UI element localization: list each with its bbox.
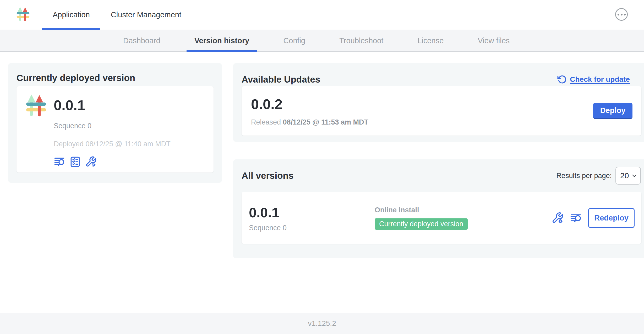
subnav-tab-config[interactable]: Config	[275, 30, 313, 51]
deployed-version-details: 0.0.1 Sequence 0 Deployed 08/12/25 @ 11:…	[54, 93, 171, 166]
currently-deployed-card: Currently deployed version 0.0.1 Sequenc…	[8, 63, 222, 183]
version-row-actions: Redeploy	[552, 208, 635, 228]
subnav-tab-license[interactable]: License	[410, 30, 451, 51]
subnav-tab-version-history[interactable]: Version history	[187, 30, 257, 51]
logs-icon[interactable]	[54, 156, 65, 168]
all-versions-title: All versions	[242, 170, 293, 181]
preflight-checks-icon[interactable]	[69, 156, 81, 168]
available-updates-card: Available Updates Check for update 0.0.2	[233, 63, 644, 142]
refresh-icon	[557, 75, 567, 84]
deployed-action-icons	[54, 156, 171, 168]
deploy-button[interactable]: Deploy	[593, 103, 632, 119]
app-sub-nav: Dashboard Version history Config Trouble…	[0, 30, 644, 52]
available-updates-header: Available Updates Check for update	[233, 73, 644, 86]
tab-cluster-management[interactable]: Cluster Management	[100, 0, 192, 30]
config-icon[interactable]	[85, 156, 97, 168]
tab-cluster-management-label: Cluster Management	[111, 10, 181, 19]
redeploy-button[interactable]: Redeploy	[588, 208, 635, 228]
deployed-version-number: 0.0.1	[54, 97, 171, 114]
main-content: Currently deployed version 0.0.1 Sequenc…	[0, 52, 644, 313]
subnav-tab-dashboard[interactable]: Dashboard	[115, 30, 168, 51]
status-badge: Currently deployed version	[375, 218, 468, 230]
results-per-page-label: Results per page:	[556, 172, 612, 180]
version-row-status: Online Install Currently deployed versio…	[375, 206, 552, 230]
version-row-details: 0.0.1 Sequence 0	[249, 204, 375, 231]
results-per-page-value: 20	[620, 171, 629, 180]
results-per-page: Results per page: 20	[556, 167, 641, 185]
chevron-down-icon	[631, 172, 638, 179]
config-icon[interactable]	[552, 212, 564, 224]
check-for-update-link[interactable]: Check for update	[557, 75, 630, 84]
version-row-number: 0.0.1	[249, 204, 375, 221]
top-nav-tabs: Application Cluster Management	[42, 0, 192, 30]
footer: v1.125.2	[0, 313, 644, 334]
all-versions-card: All versions Results per page: 20	[233, 159, 644, 258]
app-logo-icon	[15, 6, 31, 24]
deployed-sequence: Sequence 0	[54, 122, 171, 130]
update-details: 0.0.2 Released 08/12/25 @ 11:53 am MDT	[251, 96, 368, 126]
tab-application[interactable]: Application	[42, 0, 100, 30]
tab-application-label: Application	[53, 10, 90, 19]
admin-console: Application Cluster Management Dashboard…	[0, 0, 644, 334]
update-row: 0.0.2 Released 08/12/25 @ 11:53 am MDT D…	[242, 86, 641, 136]
install-type-label: Online Install	[375, 206, 552, 214]
top-nav: Application Cluster Management	[0, 0, 644, 30]
deployed-card-title: Currently deployed version	[17, 73, 214, 83]
available-updates-title: Available Updates	[242, 74, 320, 85]
deployed-version-panel: 0.0.1 Sequence 0 Deployed 08/12/25 @ 11:…	[17, 86, 214, 173]
version-row-sequence: Sequence 0	[249, 224, 375, 231]
version-row: 0.0.1 Sequence 0 Online Install Currentl…	[242, 192, 641, 244]
deployed-timestamp: Deployed 08/12/25 @ 11:40 am MDT	[54, 141, 171, 148]
logs-icon[interactable]	[570, 212, 582, 224]
results-per-page-select[interactable]: 20	[615, 167, 641, 185]
update-released-timestamp: Released 08/12/25 @ 11:53 am MDT	[251, 118, 368, 126]
console-version: v1.125.2	[308, 319, 336, 328]
ellipsis-menu-icon[interactable]	[615, 8, 628, 21]
app-logo-icon	[24, 93, 48, 117]
all-versions-header: All versions Results per page: 20	[233, 165, 644, 186]
subnav-tab-view-files[interactable]: View files	[470, 30, 517, 51]
subnav-tab-troubleshoot[interactable]: Troubleshoot	[331, 30, 391, 51]
update-version-number: 0.0.2	[251, 96, 368, 112]
check-for-update-label: Check for update	[570, 75, 630, 84]
